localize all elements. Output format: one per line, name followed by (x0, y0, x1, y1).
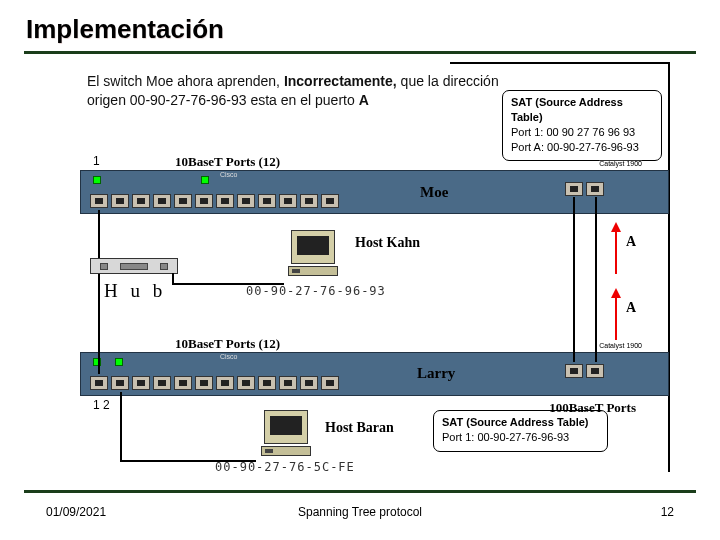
arrow-a-upper (611, 222, 621, 274)
rj45-port-icon (216, 376, 234, 390)
moe-led-icon (93, 176, 101, 184)
rj45-port-icon (321, 376, 339, 390)
mac-kahn: 00-90-27-76-96-93 (246, 284, 386, 298)
sat-moe-row1: Port 1: 00 90 27 76 96 93 (511, 125, 653, 140)
larry-port-row-left (90, 376, 339, 390)
rj45-port-icon (258, 194, 276, 208)
arrow-a-upper-label: A (626, 234, 636, 250)
cable-line (98, 274, 100, 374)
hub-label: H u b (104, 280, 166, 302)
rj45-port-icon (565, 364, 583, 378)
rj45-port-icon (300, 194, 318, 208)
larry-ports12-label: 10BaseT Ports (12) (175, 336, 280, 352)
mac-baran: 00-90-27-76-5C-FE (215, 460, 355, 474)
rj45-port-icon (300, 376, 318, 390)
rj45-port-icon (321, 194, 339, 208)
moe-led-icon (201, 176, 209, 184)
caption-part1: El switch Moe ahora aprenden, (87, 73, 284, 89)
rj45-port-icon (237, 194, 255, 208)
rj45-port-icon (111, 194, 129, 208)
caption-emph: Incorrectamente, (284, 73, 401, 89)
rj45-port-icon (565, 182, 583, 196)
cable-line (172, 283, 284, 285)
moe-catalyst-label: Catalyst 1900 (599, 160, 642, 167)
rj45-port-icon (195, 376, 213, 390)
sat-moe-title: SAT (Source Address Table) (511, 95, 653, 125)
moe-name-label: Moe (420, 184, 448, 201)
sat-table-moe: SAT (Source Address Table) Port 1: 00 90… (502, 90, 662, 161)
rj45-port-icon (216, 194, 234, 208)
rj45-port-icon (174, 376, 192, 390)
rj45-port-icon (279, 376, 297, 390)
rj45-port-icon (237, 376, 255, 390)
host-kahn-icon (285, 230, 341, 276)
sat-moe-row2: Port A: 00-90-27-76-96-93 (511, 140, 653, 155)
hub-slot-icon (160, 263, 168, 270)
hub-slot-icon (120, 263, 148, 270)
rj45-port-icon (90, 194, 108, 208)
larry-ports100-label: 100BaseT Ports (549, 400, 636, 416)
sat-larry-row1: Port 1: 00-90-27-76-96-93 (442, 430, 599, 445)
footer-date: 01/09/2021 (46, 505, 106, 519)
rj45-port-icon (90, 376, 108, 390)
larry-port12-num: 1 2 (93, 398, 110, 412)
rj45-port-icon (174, 194, 192, 208)
caption-port: A (359, 92, 369, 108)
moe-port-row-left (90, 194, 339, 208)
rj45-port-icon (153, 194, 171, 208)
caption-text: El switch Moe ahora aprenden, Incorrecta… (87, 72, 517, 110)
footer-title: Spanning Tree protocol (298, 505, 422, 519)
rj45-port-icon (153, 376, 171, 390)
larry-name-label: Larry (417, 365, 455, 382)
larry-catalyst-label: Catalyst 1900 (599, 342, 642, 349)
rj45-port-icon (195, 194, 213, 208)
rj45-port-icon (279, 194, 297, 208)
cable-line (120, 392, 122, 462)
sat-larry-title: SAT (Source Address Table) (442, 415, 599, 430)
rj45-port-icon (132, 376, 150, 390)
moe-port1-num: 1 (93, 154, 100, 168)
larry-cisco-label: Cisco (220, 353, 238, 360)
rj45-port-icon (258, 376, 276, 390)
title-rule (24, 51, 696, 54)
cable-line (98, 210, 100, 258)
host-kahn-label: Host Kahn (355, 235, 420, 251)
diagram-area: El switch Moe ahora aprenden, Incorrecta… (60, 62, 670, 472)
rj45-port-icon (132, 194, 150, 208)
rj45-port-icon (586, 182, 604, 196)
moe-port-row-right (565, 182, 604, 196)
cable-line (573, 197, 575, 362)
arrow-a-lower-label: A (626, 300, 636, 316)
arrow-a-lower (611, 288, 621, 340)
sat-table-larry: SAT (Source Address Table) Port 1: 00-90… (433, 410, 608, 452)
larry-led-icon (115, 358, 123, 366)
cable-line (595, 197, 597, 362)
rj45-port-icon (111, 376, 129, 390)
hub-slot-icon (100, 263, 108, 270)
hub-device (90, 258, 178, 274)
moe-ports12-label: 10BaseT Ports (12) (175, 154, 280, 170)
cable-line (120, 460, 256, 462)
diagram-top-border (450, 62, 668, 64)
host-baran-label: Host Baran (325, 420, 394, 436)
rj45-port-icon (586, 364, 604, 378)
slide-title: Implementación (0, 0, 720, 51)
footer-page-number: 12 (661, 505, 674, 519)
footer-rule (24, 490, 696, 493)
larry-port-row-right (565, 364, 604, 378)
host-baran-icon (258, 410, 314, 456)
moe-cisco-label: Cisco (220, 171, 238, 178)
